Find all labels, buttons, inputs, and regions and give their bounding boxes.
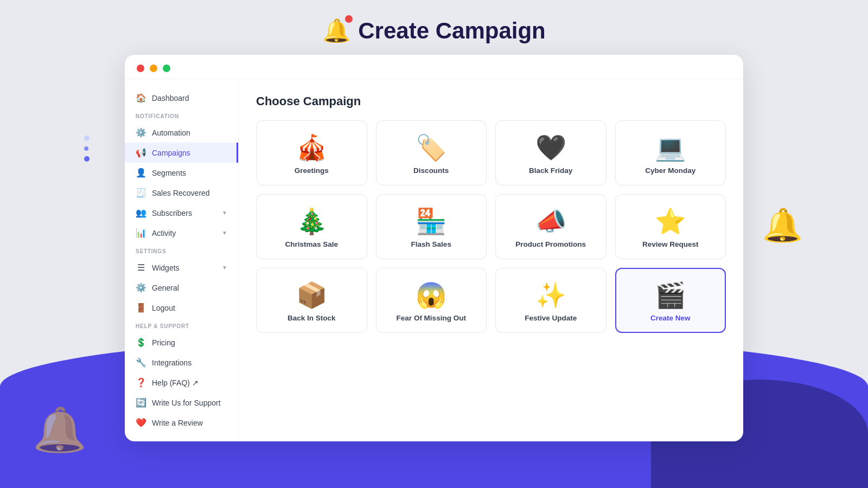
segments-label: Segments (152, 169, 227, 177)
dashboard-icon: 🏠 (136, 93, 146, 103)
campaigns-label: Campaigns (152, 149, 226, 157)
fear-of-missing-out-label: Fear Of Missing Out (397, 314, 466, 322)
activity-icon: 📊 (136, 228, 146, 238)
sidebar-item-help-faq[interactable]: ❓Help (FAQ) ↗ (125, 373, 238, 393)
sidebar-item-pricing[interactable]: 💲Pricing (125, 332, 238, 352)
integrations-label: Integrations (152, 358, 227, 367)
sidebar-item-general[interactable]: ⚙️General (125, 278, 238, 298)
product-promotions-icon: 📣 (535, 209, 566, 234)
sidebar-item-activity[interactable]: 📊Activity▼ (125, 223, 238, 243)
back-in-stock-label: Back In Stock (288, 314, 336, 322)
automation-icon: ⚙️ (136, 127, 146, 138)
automation-label: Automation (152, 129, 227, 137)
cyber-monday-label: Cyber Monday (645, 166, 695, 175)
campaign-card-create-new[interactable]: 🎬Create New (615, 268, 726, 333)
campaign-card-black-friday[interactable]: 🖤Black Friday (495, 120, 607, 185)
deco-bell-icon: 🔔 (33, 404, 87, 455)
main-window: 🏠DashboardNOTIFICATION⚙️Automation📢Campa… (125, 55, 743, 441)
campaign-card-discounts[interactable]: 🏷️Discounts (376, 120, 487, 185)
sales-recovered-icon: 🧾 (136, 188, 146, 198)
greetings-icon: 🎪 (296, 135, 327, 160)
activity-chevron-icon: ▼ (222, 230, 227, 236)
campaign-grid: 🎪Greetings🏷️Discounts🖤Black Friday💻Cyber… (256, 120, 726, 333)
flash-sales-icon: 🏪 (416, 209, 446, 234)
sidebar-item-automation[interactable]: ⚙️Automation (125, 123, 238, 143)
sidebar-item-dashboard[interactable]: 🏠Dashboard (125, 88, 238, 108)
window-titlebar (125, 55, 743, 79)
product-promotions-label: Product Promotions (515, 240, 586, 248)
campaign-card-greetings[interactable]: 🎪Greetings (256, 120, 367, 185)
widgets-icon: ☰ (136, 262, 146, 273)
discounts-icon: 🏷️ (416, 135, 446, 160)
create-new-label: Create New (650, 314, 691, 322)
campaign-card-festive-update[interactable]: ✨Festive Update (495, 268, 607, 333)
window-body: 🏠DashboardNOTIFICATION⚙️Automation📢Campa… (125, 79, 743, 441)
section-title: Choose Campaign (256, 94, 726, 108)
deco-bell-right-icon: 🔔 (762, 206, 803, 245)
widgets-chevron-icon: ▼ (222, 265, 227, 271)
subscribers-icon: 👥 (136, 208, 146, 218)
sidebar-item-integrations[interactable]: 🔧Integrations (125, 352, 238, 373)
sidebar-item-widgets[interactable]: ☰Widgets▼ (125, 258, 238, 278)
help-faq-icon: ❓ (136, 377, 146, 388)
sidebar-item-write-review[interactable]: ❤️Write a Review (125, 413, 238, 433)
dots-decoration (84, 130, 90, 167)
header-bell-icon: 🔔 (322, 17, 350, 44)
sales-recovered-label: Sales Recovered (152, 189, 227, 197)
main-content: Choose Campaign 🎪Greetings🏷️Discounts🖤Bl… (239, 79, 743, 441)
campaign-card-christmas-sale[interactable]: 🎄Christmas Sale (256, 194, 367, 259)
sidebar-item-write-support[interactable]: 🔄Write Us for Support (125, 393, 238, 413)
sidebar: 🏠DashboardNOTIFICATION⚙️Automation📢Campa… (125, 79, 239, 441)
integrations-icon: 🔧 (136, 357, 146, 368)
sidebar-item-campaigns[interactable]: 📢Campaigns (125, 143, 238, 163)
pricing-label: Pricing (152, 338, 227, 347)
black-friday-label: Black Friday (529, 166, 572, 175)
discounts-label: Discounts (413, 166, 449, 175)
general-icon: ⚙️ (136, 282, 146, 293)
segments-icon: 👤 (136, 168, 146, 178)
maximize-button[interactable] (163, 65, 170, 72)
logout-label: Logout (152, 304, 227, 312)
flash-sales-label: Flash Sales (411, 240, 451, 248)
close-button[interactable] (137, 65, 144, 72)
sidebar-section-settings: SETTINGS (125, 243, 238, 258)
sidebar-section-help-&-support: HELP & SUPPORT (125, 318, 238, 332)
festive-update-label: Festive Update (525, 314, 577, 322)
back-in-stock-icon: 📦 (296, 282, 327, 307)
help-faq-label: Help (FAQ) ↗ (152, 378, 227, 387)
write-review-icon: ❤️ (136, 418, 146, 428)
page-header: 🔔 Create Campaign (0, 0, 868, 55)
campaign-card-back-in-stock[interactable]: 📦Back In Stock (256, 268, 367, 333)
campaign-card-review-request[interactable]: ⭐Review Request (615, 194, 726, 259)
general-label: General (152, 284, 227, 292)
review-request-icon: ⭐ (655, 209, 686, 234)
campaign-card-fear-of-missing-out[interactable]: 😱Fear Of Missing Out (376, 268, 487, 333)
write-review-label: Write a Review (152, 419, 227, 427)
activity-label: Activity (152, 229, 216, 237)
sidebar-section-notification: NOTIFICATION (125, 108, 238, 123)
write-support-icon: 🔄 (136, 397, 146, 408)
sidebar-item-logout[interactable]: 🚪Logout (125, 298, 238, 318)
subscribers-label: Subscribers (152, 209, 216, 217)
festive-update-icon: ✨ (535, 282, 566, 307)
page-title: Create Campaign (358, 18, 545, 44)
christmas-sale-label: Christmas Sale (285, 240, 338, 248)
bell-badge (345, 15, 353, 23)
dashboard-label: Dashboard (152, 94, 227, 102)
campaign-card-cyber-monday[interactable]: 💻Cyber Monday (615, 120, 726, 185)
logout-icon: 🚪 (136, 303, 146, 313)
campaign-card-flash-sales[interactable]: 🏪Flash Sales (376, 194, 487, 259)
minimize-button[interactable] (150, 65, 157, 72)
black-friday-icon: 🖤 (535, 135, 566, 160)
cyber-monday-icon: 💻 (655, 135, 686, 160)
write-support-label: Write Us for Support (152, 399, 227, 407)
widgets-label: Widgets (152, 264, 216, 272)
review-request-label: Review Request (642, 240, 699, 248)
christmas-sale-icon: 🎄 (296, 209, 327, 234)
sidebar-item-segments[interactable]: 👤Segments (125, 163, 238, 183)
campaigns-icon: 📢 (136, 147, 146, 158)
sidebar-item-subscribers[interactable]: 👥Subscribers▼ (125, 203, 238, 223)
campaign-card-product-promotions[interactable]: 📣Product Promotions (495, 194, 607, 259)
fear-of-missing-out-icon: 😱 (416, 282, 446, 307)
sidebar-item-sales-recovered[interactable]: 🧾Sales Recovered (125, 183, 238, 203)
